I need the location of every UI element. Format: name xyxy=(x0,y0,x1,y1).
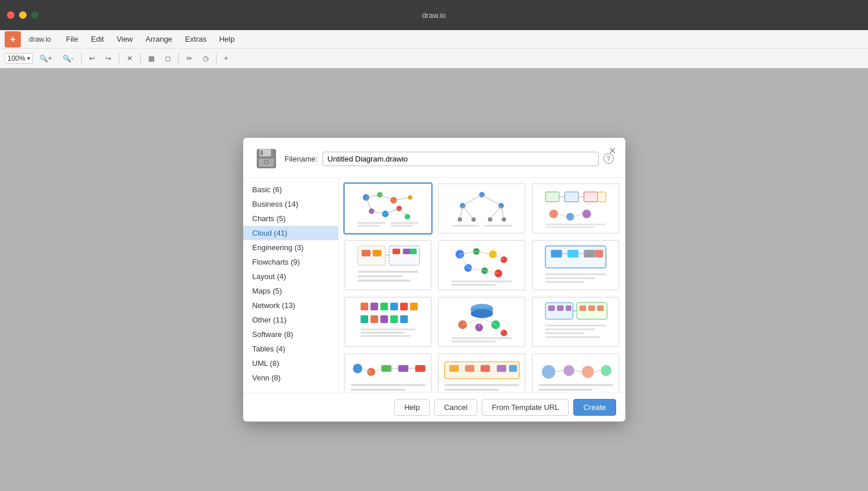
svg-rect-162 xyxy=(445,389,499,391)
template-card-2[interactable] xyxy=(437,182,526,234)
dialog-close-button[interactable]: ✕ xyxy=(607,145,618,156)
zoom-in-button[interactable]: 🔍+ xyxy=(35,52,56,65)
svg-rect-23 xyxy=(357,225,379,227)
svg-rect-140 xyxy=(545,336,600,338)
svg-rect-45 xyxy=(584,192,598,202)
delete-button[interactable]: ✕ xyxy=(123,52,137,65)
template-card-6[interactable] xyxy=(531,239,620,291)
menu-edit[interactable]: Edit xyxy=(86,33,108,45)
svg-rect-101 xyxy=(380,303,387,310)
template-card-3[interactable] xyxy=(531,182,620,234)
traffic-lights xyxy=(7,12,39,19)
template-thumb-9 xyxy=(532,297,619,347)
category-cloud[interactable]: Cloud (41) xyxy=(243,226,338,240)
style-button[interactable]: ◻ xyxy=(161,52,175,65)
dialog-header: Filename: ? ✕ xyxy=(243,138,625,178)
template-card-10[interactable] xyxy=(343,353,433,393)
category-network[interactable]: Network (13) xyxy=(243,298,338,313)
from-template-url-button[interactable]: From Template URL xyxy=(482,399,569,416)
menu-extras[interactable]: Extras xyxy=(181,33,211,45)
svg-rect-112 xyxy=(360,335,410,337)
minimize-button[interactable] xyxy=(19,12,27,19)
template-thumb-5 xyxy=(438,240,525,290)
create-button[interactable]: Create xyxy=(573,399,616,416)
category-charts[interactable]: Charts (5) xyxy=(243,211,338,226)
filename-row: Filename: ? xyxy=(285,152,614,166)
template-card-4[interactable] xyxy=(343,239,433,291)
category-venn[interactable]: Venn (8) xyxy=(243,371,338,385)
template-thumb-8 xyxy=(438,297,525,347)
category-business[interactable]: Business (14) xyxy=(243,197,338,211)
svg-rect-61 xyxy=(372,250,381,256)
category-flowcharts[interactable]: Flowcharts (9) xyxy=(243,255,338,269)
filename-label: Filename: xyxy=(285,155,318,163)
svg-rect-69 xyxy=(357,280,409,282)
template-card-1[interactable] xyxy=(343,182,433,234)
category-maps[interactable]: Maps (5) xyxy=(243,284,338,298)
redo-button[interactable]: ↪ xyxy=(101,52,115,65)
template-thumb-2 xyxy=(438,184,525,233)
svg-rect-157 xyxy=(465,365,474,372)
svg-rect-84 xyxy=(452,281,512,283)
toolbar-separator-3 xyxy=(140,53,141,64)
svg-rect-173 xyxy=(539,389,593,391)
svg-rect-110 xyxy=(360,328,415,330)
help-button[interactable]: Help xyxy=(394,399,430,416)
modal-overlay: Filename: ? ✕ Basic (6) Business (14) Ch… xyxy=(0,68,868,491)
svg-rect-109 xyxy=(400,316,408,323)
template-card-12[interactable] xyxy=(531,353,620,393)
svg-rect-107 xyxy=(380,316,387,323)
svg-rect-88 xyxy=(551,250,562,257)
new-diagram-dialog: Filename: ? ✕ Basic (6) Business (14) Ch… xyxy=(243,138,625,422)
template-card-5[interactable] xyxy=(437,239,526,291)
category-tables[interactable]: Tables (4) xyxy=(243,342,338,356)
menu-help[interactable]: Help xyxy=(214,33,239,45)
category-software[interactable]: Software (8) xyxy=(243,327,338,342)
svg-rect-63 xyxy=(402,249,410,255)
template-card-7[interactable] xyxy=(343,296,433,348)
category-list: Basic (6) Business (14) Charts (5) Cloud… xyxy=(243,178,339,393)
template-card-9[interactable] xyxy=(531,296,620,348)
menu-view[interactable]: View xyxy=(112,33,137,45)
svg-rect-144 xyxy=(381,365,391,372)
svg-rect-24 xyxy=(390,222,418,224)
insert-button[interactable]: + xyxy=(220,52,232,65)
canvas-area: Filename: ? ✕ Basic (6) Business (14) Ch… xyxy=(0,68,868,491)
svg-point-50 xyxy=(550,210,558,218)
zoom-control[interactable]: 100% ▾ xyxy=(5,53,33,64)
cancel-button[interactable]: Cancel xyxy=(434,399,477,416)
menu-file[interactable]: File xyxy=(61,33,83,45)
category-layout[interactable]: Layout (4) xyxy=(243,269,338,284)
svg-rect-41 xyxy=(485,225,512,227)
maximize-button[interactable] xyxy=(31,12,39,19)
category-basic[interactable]: Basic (6) xyxy=(243,182,338,197)
toolbar-separator-5 xyxy=(216,53,217,64)
app-logo: + xyxy=(5,31,21,47)
svg-rect-158 xyxy=(481,365,490,372)
format-button[interactable]: ▦ xyxy=(144,52,159,65)
undo-button[interactable]: ↩ xyxy=(85,52,99,65)
category-uml[interactable]: UML (8) xyxy=(243,356,338,371)
template-card-8[interactable] xyxy=(437,296,526,348)
template-card-11[interactable] xyxy=(437,353,526,393)
template-thumb-11 xyxy=(438,354,525,393)
pen-button[interactable]: ✏ xyxy=(182,52,196,65)
svg-rect-135 xyxy=(597,306,603,312)
svg-rect-156 xyxy=(449,365,459,372)
svg-rect-172 xyxy=(539,384,613,386)
zoom-out-button[interactable]: 🔍- xyxy=(58,52,78,65)
svg-rect-139 xyxy=(545,332,584,334)
svg-point-52 xyxy=(583,210,591,218)
filename-input[interactable] xyxy=(323,152,599,166)
svg-rect-40 xyxy=(452,225,479,227)
svg-rect-152 xyxy=(350,389,405,391)
template-thumb-10 xyxy=(345,354,431,393)
dialog-footer: Help Cancel From Template URL Create xyxy=(243,393,625,422)
svg-rect-44 xyxy=(565,192,578,202)
menu-arrange[interactable]: Arrange xyxy=(141,33,177,45)
category-engineering[interactable]: Engineering (3) xyxy=(243,240,338,255)
template-thumb-4 xyxy=(345,240,431,290)
close-button[interactable] xyxy=(7,12,14,19)
category-other[interactable]: Other (11) xyxy=(243,313,338,327)
shape-button[interactable]: ◷ xyxy=(199,52,213,65)
